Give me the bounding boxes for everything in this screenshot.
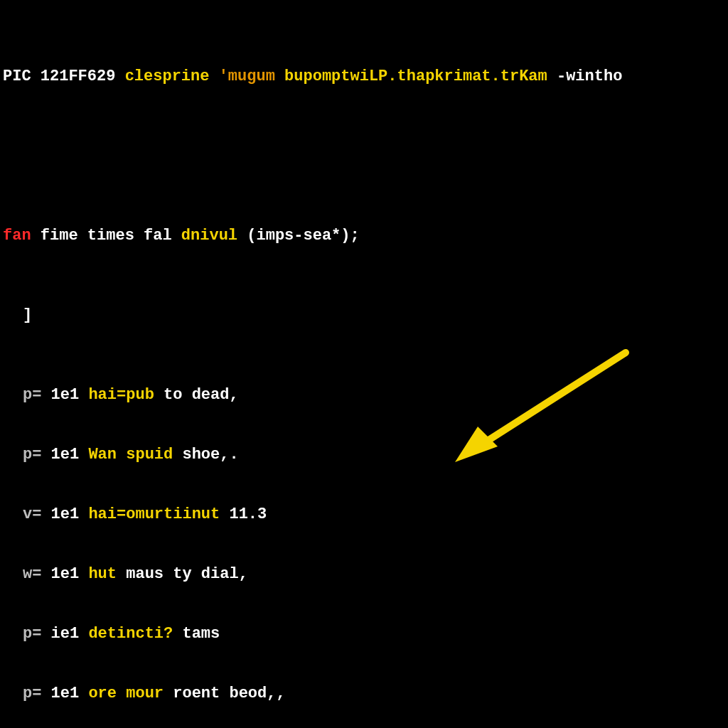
header-w4: -wintho — [557, 68, 622, 85]
header-line: PIC 121FF629 clesprine 'mugum bupomptwiL… — [3, 67, 728, 87]
fn-b: times — [87, 227, 134, 245]
terminal-screen: PIC 121FF629 clesprine 'mugum bupomptwiL… — [0, 0, 728, 728]
fn-c: fal — [144, 227, 172, 245]
b1-line-0: p= 1e1 hai=pub to dead, — [3, 385, 728, 405]
header-hash: 121FF629 — [41, 68, 116, 85]
b1-line-2: v= 1e1 hai=omurtiinut 11.3 — [3, 505, 728, 525]
blank-line — [3, 146, 728, 166]
b1-line-3: w= 1e1 hut maus ty dial, — [3, 564, 728, 584]
header-w2: 'mugum — [219, 68, 275, 85]
header-w1: clesprine — [125, 68, 210, 85]
header-pic: PIC — [3, 68, 31, 85]
open-bracket: ] — [3, 306, 728, 326]
b1-line-1: p= 1e1 Wan spuid shoe,. — [3, 445, 728, 465]
kw-fan: fan — [3, 227, 31, 245]
b1-line-4: p= ie1 detincti? tams — [3, 624, 728, 644]
fn-a: fime — [41, 227, 78, 245]
fn-decl: fan fime times fal dnivul (imps-sea*); — [3, 226, 728, 246]
b1-line-5: p= 1e1 ore mour roent beod,, — [3, 684, 728, 704]
fn-e: (imps-sea*); — [247, 227, 359, 245]
fn-d: dnivul — [181, 227, 237, 245]
header-w3: bupomptwiLP.thapkrimat.trKam — [284, 68, 547, 85]
